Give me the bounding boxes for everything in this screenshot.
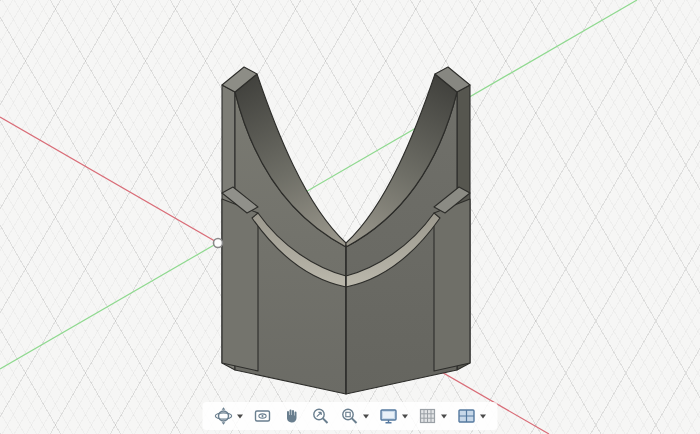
fit-button[interactable] <box>339 405 371 427</box>
zoom-icon <box>311 406 331 426</box>
model-left-front-prong-face <box>222 199 258 371</box>
display-settings-button[interactable] <box>378 405 410 427</box>
model-body[interactable] <box>222 67 470 394</box>
display-settings-dropdown-caret[interactable] <box>402 414 409 419</box>
origin-marker[interactable] <box>214 239 223 248</box>
viewports-icon <box>457 406 477 426</box>
orbit-icon <box>214 406 234 426</box>
grid-and-snaps-dropdown-caret[interactable] <box>441 414 448 419</box>
orbit-dropdown-caret[interactable] <box>237 414 244 419</box>
look-at-button[interactable] <box>252 405 274 427</box>
navigation-toolbar <box>203 402 498 430</box>
model-right-front-prong-face <box>434 199 470 371</box>
pan-icon <box>282 406 302 426</box>
viewports-dropdown-caret[interactable] <box>480 414 487 419</box>
viewport-canvas[interactable] <box>0 0 700 434</box>
grid-and-snaps-icon <box>418 406 438 426</box>
orbit-button[interactable] <box>213 405 245 427</box>
fit-dropdown-caret[interactable] <box>363 414 370 419</box>
look-at-icon <box>253 406 273 426</box>
fit-icon <box>340 406 360 426</box>
grid-and-snaps-button[interactable] <box>417 405 449 427</box>
pan-button[interactable] <box>281 405 303 427</box>
zoom-button[interactable] <box>310 405 332 427</box>
scene <box>0 0 700 434</box>
viewports-button[interactable] <box>456 405 488 427</box>
display-settings-icon <box>379 406 399 426</box>
